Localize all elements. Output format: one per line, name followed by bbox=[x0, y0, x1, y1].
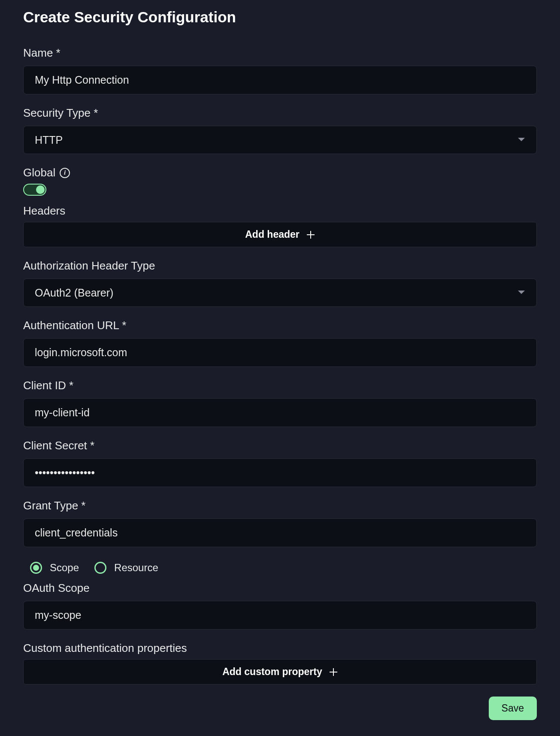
headers-label: Headers bbox=[23, 204, 537, 218]
plus-icon bbox=[329, 668, 338, 676]
name-label: Name * bbox=[23, 46, 537, 60]
client-id-label: Client ID * bbox=[23, 379, 537, 392]
footer-actions: Save bbox=[23, 697, 537, 720]
client-secret-field-group: Client Secret * bbox=[23, 439, 537, 487]
global-toggle[interactable] bbox=[23, 184, 46, 196]
global-label-row: Global i bbox=[23, 166, 537, 179]
grant-type-field-group: Grant Type * bbox=[23, 499, 537, 547]
custom-props-field-group: Custom authentication properties Add cus… bbox=[23, 642, 537, 685]
name-input[interactable] bbox=[23, 66, 537, 94]
security-type-select[interactable]: HTTP bbox=[23, 126, 537, 154]
client-secret-input[interactable] bbox=[23, 458, 537, 487]
scope-resource-radio-group: Scope Resource bbox=[23, 556, 537, 582]
oauth-scope-field-group: OAuth Scope bbox=[23, 582, 537, 630]
auth-header-type-select[interactable]: OAuth2 (Bearer) bbox=[23, 279, 537, 307]
auth-header-type-label: Authorization Header Type bbox=[23, 259, 537, 273]
client-secret-label: Client Secret * bbox=[23, 439, 537, 452]
auth-url-input[interactable] bbox=[23, 338, 537, 367]
plus-icon bbox=[306, 230, 315, 239]
custom-props-label: Custom authentication properties bbox=[23, 642, 537, 655]
radio-icon bbox=[94, 562, 106, 574]
add-custom-property-button[interactable]: Add custom property bbox=[23, 659, 537, 685]
resource-radio[interactable]: Resource bbox=[94, 562, 158, 574]
global-field-group: Global i bbox=[23, 166, 537, 196]
grant-type-input[interactable] bbox=[23, 518, 537, 547]
auth-url-label: Authentication URL * bbox=[23, 319, 537, 332]
client-id-field-group: Client ID * bbox=[23, 379, 537, 427]
info-icon[interactable]: i bbox=[60, 168, 70, 178]
client-id-input[interactable] bbox=[23, 398, 537, 427]
security-type-label: Security Type * bbox=[23, 106, 537, 120]
name-field-group: Name * bbox=[23, 46, 537, 94]
security-type-field-group: Security Type * HTTP bbox=[23, 106, 537, 154]
grant-type-label: Grant Type * bbox=[23, 499, 537, 512]
save-button[interactable]: Save bbox=[489, 697, 537, 720]
add-custom-property-label: Add custom property bbox=[222, 666, 322, 678]
auth-header-type-field-group: Authorization Header Type OAuth2 (Bearer… bbox=[23, 259, 537, 307]
oauth-scope-input[interactable] bbox=[23, 601, 537, 630]
oauth-scope-label: OAuth Scope bbox=[23, 582, 537, 595]
auth-url-field-group: Authentication URL * bbox=[23, 319, 537, 367]
headers-field-group: Headers Add header bbox=[23, 204, 537, 247]
scope-radio-label: Scope bbox=[50, 562, 79, 574]
toggle-knob bbox=[36, 185, 45, 194]
add-header-button[interactable]: Add header bbox=[23, 222, 537, 247]
global-label: Global bbox=[23, 166, 55, 179]
page-title: Create Security Configuration bbox=[23, 9, 537, 26]
add-header-label: Add header bbox=[245, 229, 300, 240]
resource-radio-label: Resource bbox=[114, 562, 158, 574]
scope-radio[interactable]: Scope bbox=[30, 562, 79, 574]
radio-icon bbox=[30, 562, 42, 574]
